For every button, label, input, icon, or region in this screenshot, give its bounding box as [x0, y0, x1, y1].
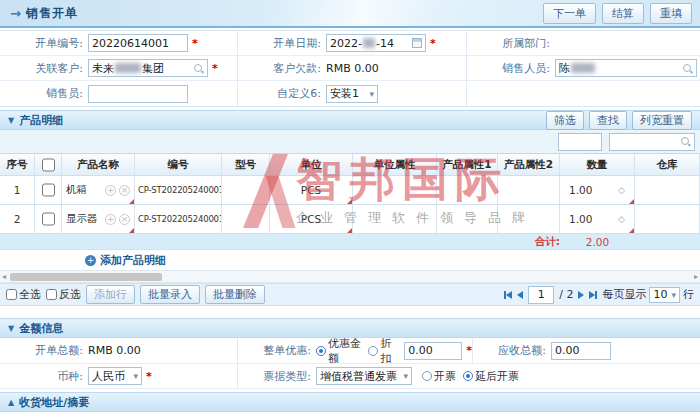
product-unit-cell[interactable]: PCS: [270, 176, 353, 205]
sales-order-page: → 销售开单 下一单 结算 重填 开单编号: * 开单日期: 2022- -14…: [0, 0, 700, 414]
product-table: 序号 产品名称 编号 型号 单位 单位属性 产品属性1 产品属性2 数量 仓库 …: [0, 154, 700, 234]
add-item-icon[interactable]: +: [105, 214, 116, 225]
warehouse-cell[interactable]: [635, 205, 700, 234]
product-section-header[interactable]: ▼ 产品明细 筛选 查找 列宽重置: [0, 110, 700, 130]
reset-button[interactable]: 重填: [650, 3, 692, 24]
last-page-button[interactable]: [589, 291, 597, 299]
order-date-input[interactable]: 2022- -14: [326, 34, 426, 52]
batch-entry-button[interactable]: 批量录入: [140, 285, 200, 304]
invert-select-option[interactable]: 反选: [46, 287, 81, 302]
unit-attr-cell[interactable]: [353, 176, 437, 205]
attr1-cell[interactable]: [437, 205, 498, 234]
find-button[interactable]: 查找: [589, 111, 627, 130]
address-section-header[interactable]: ▲ 收货地址/摘要: [0, 392, 700, 412]
row-checkbox[interactable]: [42, 210, 55, 228]
qty-value: 1.00: [569, 184, 592, 196]
chevron-down-icon: ▾: [369, 89, 374, 99]
row-checkbox[interactable]: [42, 181, 55, 199]
discount-input[interactable]: [404, 342, 462, 360]
attr2-cell[interactable]: [498, 205, 560, 234]
product-unit-cell[interactable]: PCS: [270, 205, 353, 234]
product-model-cell[interactable]: [222, 205, 270, 234]
add-product-label: 添加产品明细: [100, 253, 166, 268]
product-code-cell[interactable]: CP-ST2022052400012: [135, 205, 222, 234]
col-header-unit-attr: 单位属性: [353, 154, 437, 176]
required-marker: *: [192, 37, 198, 50]
product-code-cell[interactable]: CP-ST2022052400013: [135, 176, 222, 205]
search-icon[interactable]: [680, 136, 691, 147]
invoice-type-label: 票据类型:: [238, 369, 316, 384]
invoice-later-label: 延后开票: [475, 369, 519, 384]
first-page-button[interactable]: [504, 291, 512, 299]
product-name-cell[interactable]: 机箱 + ×: [62, 176, 135, 205]
page-number-input[interactable]: [528, 286, 554, 304]
calendar-icon[interactable]: [412, 38, 422, 48]
attr1-cell[interactable]: [437, 176, 498, 205]
horizontal-scrollbar[interactable]: ◂ ▸: [0, 270, 700, 283]
next-page-button[interactable]: [578, 291, 584, 299]
scroll-right-icon[interactable]: ▸: [694, 272, 698, 281]
select-all-checkbox[interactable]: [42, 156, 55, 174]
next-order-button[interactable]: 下一单: [543, 3, 596, 24]
invoice-type-select[interactable]: 增值税普通发票 ▾: [316, 367, 412, 385]
product-search-input[interactable]: [609, 133, 695, 151]
add-row-button[interactable]: 添加行: [86, 285, 135, 304]
product-model-cell[interactable]: [222, 176, 270, 205]
discount-amount-radio[interactable]: [316, 346, 326, 356]
order-no-input[interactable]: [88, 34, 188, 52]
quick-filter-input[interactable]: [558, 133, 602, 151]
qty-cell[interactable]: 1.00 ◇: [560, 205, 635, 234]
chevron-down-icon: ▾: [671, 290, 676, 300]
customer-search-icon[interactable]: [193, 63, 204, 74]
add-product-link[interactable]: + 添加产品明细: [85, 253, 166, 268]
invoice-now-label: 开票: [434, 369, 456, 384]
salesperson-label: 销售人员:: [467, 61, 555, 76]
scroll-left-icon[interactable]: ◂: [2, 272, 6, 281]
scrollbar-thumb[interactable]: [10, 273, 162, 281]
invoice-now-radio[interactable]: [422, 371, 432, 381]
prev-page-button[interactable]: [517, 291, 523, 299]
currency-select[interactable]: 人民币 ▾: [88, 367, 142, 385]
discount-label: 整单优惠:: [238, 343, 316, 358]
receivable-input[interactable]: [551, 342, 611, 360]
invert-select-checkbox[interactable]: [46, 289, 57, 300]
customer-prefix: 未来: [92, 61, 114, 76]
warehouse-cell[interactable]: [635, 176, 700, 205]
salesperson-input[interactable]: 陈: [555, 59, 697, 77]
unit-attr-cell[interactable]: [353, 205, 437, 234]
product-name-cell[interactable]: 显示器 + ×: [62, 205, 135, 234]
per-page-select[interactable]: 10 ▾: [649, 287, 680, 303]
batch-delete-button[interactable]: 批量删除: [205, 285, 265, 304]
col-header-attr2: 产品属性2: [498, 154, 560, 176]
salesman-input[interactable]: [88, 85, 188, 103]
settle-button[interactable]: 结算: [602, 3, 644, 24]
salesperson-search-icon[interactable]: [682, 63, 693, 74]
qty-helper-icon[interactable]: ◇: [618, 214, 625, 224]
product-name: 显示器: [66, 212, 98, 226]
add-item-icon[interactable]: +: [105, 185, 116, 196]
customer-redacted: [115, 63, 141, 73]
col-header-unit: 单位: [270, 154, 353, 176]
reset-column-width-button[interactable]: 列宽重置: [632, 111, 692, 130]
discount-rate-radio[interactable]: [368, 346, 378, 356]
filter-button[interactable]: 筛选: [546, 111, 584, 130]
custom6-select[interactable]: 安装1 ▾: [326, 85, 378, 103]
attr2-cell[interactable]: [498, 176, 560, 205]
expand-icon: ▲: [8, 398, 14, 407]
total-qty: 2.00: [560, 236, 635, 248]
required-marker: *: [146, 370, 152, 383]
qty-helper-icon[interactable]: ◇: [618, 185, 625, 195]
order-date-label: 开单日期:: [238, 36, 326, 51]
qty-cell[interactable]: 1.00 ◇: [560, 176, 635, 205]
receivable-label: 应收总额:: [473, 343, 551, 358]
total-label: 合计:: [0, 235, 560, 249]
select-all-checkbox[interactable]: [6, 289, 17, 300]
discount-rate-label: 折扣: [380, 338, 397, 364]
invoice-later-radio[interactable]: [463, 371, 473, 381]
remove-item-icon[interactable]: ×: [119, 214, 130, 225]
custom6-label: 自定义6:: [238, 86, 326, 101]
amount-section-header[interactable]: ▼ 金额信息: [0, 318, 700, 338]
remove-item-icon[interactable]: ×: [119, 185, 130, 196]
select-all-option[interactable]: 全选: [6, 287, 41, 302]
customer-input[interactable]: 未来 集团: [88, 59, 208, 77]
